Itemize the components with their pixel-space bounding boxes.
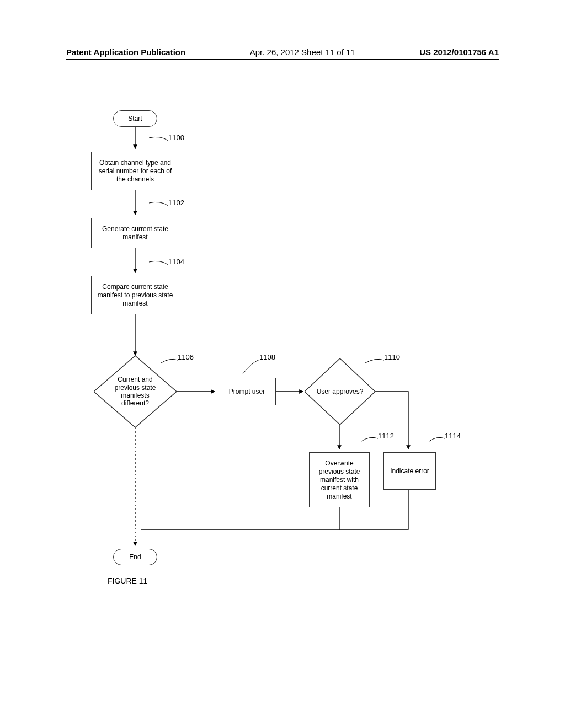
figure-caption: FIGURE 11 [108, 576, 147, 585]
page-header: Patent Application Publication Apr. 26, … [66, 47, 499, 60]
label-1114: 1114 [445, 432, 461, 440]
label-1110: 1110 [384, 353, 400, 361]
start-node: Start [113, 110, 157, 127]
process-1114-text: Indicate error [390, 467, 429, 475]
process-1100-text: Obtain channel type and serial number fo… [96, 159, 174, 184]
process-1114: Indicate error [383, 452, 436, 490]
end-label: End [129, 553, 141, 561]
header-center: Apr. 26, 2012 Sheet 11 of 11 [250, 47, 355, 57]
process-1112: Overwrite previous state manifest with c… [309, 452, 370, 507]
process-1108-text: Prompt user [229, 388, 265, 396]
start-label: Start [128, 115, 142, 123]
end-node: End [113, 549, 157, 565]
process-1100: Obtain channel type and serial number fo… [91, 152, 179, 190]
label-1106: 1106 [178, 353, 194, 361]
label-1100: 1100 [168, 133, 184, 142]
process-1104-text: Compare current state manifest to previo… [96, 283, 174, 308]
process-1104: Compare current state manifest to previo… [91, 276, 179, 314]
process-1112-text: Overwrite previous state manifest with c… [314, 459, 365, 501]
decision-1106-text: Current and previous state manifests dif… [109, 376, 161, 408]
decision-1110-text: User approves? [317, 388, 364, 395]
process-1102: Generate current state manifest [91, 218, 179, 248]
decision-1110: User approves? [305, 358, 375, 425]
label-1102: 1102 [168, 199, 184, 207]
label-1112: 1112 [378, 432, 394, 440]
header-left: Patent Application Publication [66, 47, 185, 57]
flowchart-diagram: Start Obtain channel type and serial num… [77, 110, 497, 618]
label-1104: 1104 [168, 258, 184, 266]
process-1102-text: Generate current state manifest [96, 225, 174, 242]
decision-1106: Current and previous state manifests dif… [94, 356, 177, 427]
label-1108: 1108 [259, 353, 275, 361]
header-right: US 2012/0101756 A1 [419, 47, 499, 57]
process-1108: Prompt user [218, 378, 276, 405]
